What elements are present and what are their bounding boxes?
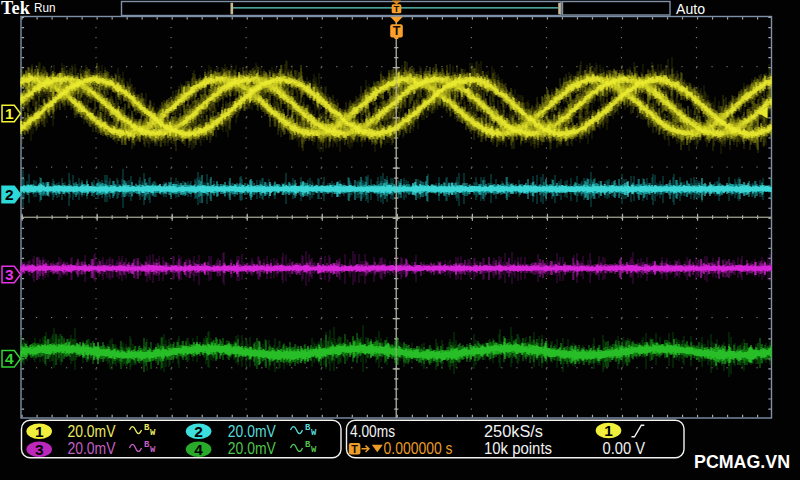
- svg-text:0.00 V: 0.00 V: [603, 440, 646, 457]
- svg-text:20.0mV: 20.0mV: [68, 423, 116, 440]
- svg-text:10k points: 10k points: [484, 440, 552, 457]
- svg-text:4.00ms: 4.00ms: [350, 423, 395, 440]
- svg-text:1: 1: [5, 105, 14, 122]
- svg-text:W: W: [311, 445, 317, 455]
- svg-text:2: 2: [5, 186, 14, 203]
- svg-text:3: 3: [5, 266, 14, 283]
- svg-text:4: 4: [194, 441, 203, 458]
- svg-text:0.000000 s: 0.000000 s: [384, 440, 453, 457]
- svg-text:2: 2: [194, 423, 203, 440]
- svg-text:Auto: Auto: [676, 1, 705, 17]
- svg-text:1: 1: [35, 423, 44, 440]
- svg-text:W: W: [150, 428, 156, 438]
- svg-text:250kS/s: 250kS/s: [484, 423, 543, 440]
- svg-text:PCMAG.VN: PCMAG.VN: [694, 451, 790, 472]
- svg-text:T: T: [351, 443, 358, 455]
- svg-text:W: W: [150, 445, 156, 455]
- svg-text:20.0mV: 20.0mV: [228, 423, 276, 440]
- svg-text:4: 4: [5, 350, 14, 367]
- svg-text:Tek: Tek: [1, 0, 30, 18]
- svg-text:T: T: [394, 3, 400, 14]
- svg-text:20.0mV: 20.0mV: [68, 440, 116, 457]
- svg-text:1: 1: [604, 422, 613, 439]
- svg-text:3: 3: [35, 441, 44, 458]
- svg-text:Run: Run: [34, 0, 56, 15]
- svg-text:T: T: [393, 24, 401, 38]
- svg-text:20.0mV: 20.0mV: [228, 440, 276, 457]
- svg-text:W: W: [311, 428, 317, 438]
